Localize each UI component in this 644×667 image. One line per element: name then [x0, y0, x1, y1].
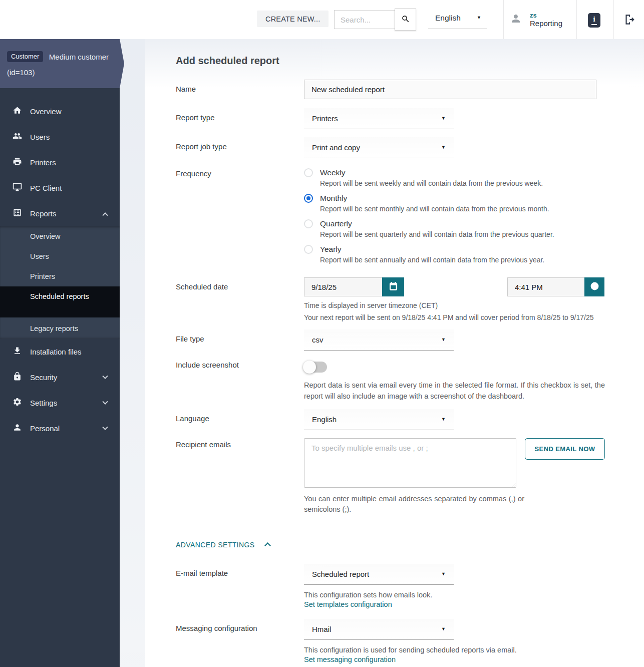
caret-down-icon	[477, 16, 481, 20]
radio-description: Report will be sent annually and will co…	[320, 256, 644, 264]
language-select[interactable]: English	[304, 409, 454, 430]
frequency-option-yearly: Yearly Report will be sent annually and …	[304, 245, 644, 264]
scheduled-date-label: Scheduled date	[176, 277, 304, 291]
submenu-item-users[interactable]: Users	[0, 246, 120, 266]
email-template-select[interactable]: Scheduled report	[304, 564, 454, 585]
chevron-up-icon	[102, 212, 108, 218]
search-group	[334, 9, 416, 31]
radio-label[interactable]: Yearly	[320, 245, 342, 254]
user-name: Reporting	[530, 19, 562, 28]
report-type-select[interactable]: Printers	[304, 108, 454, 129]
messaging-configuration-label: Messaging configuration	[176, 619, 304, 632]
advanced-settings-toggle[interactable]: ADVANCED SETTINGS	[176, 541, 644, 549]
sidebar-item-reports[interactable]: Reports	[0, 201, 120, 226]
radio-label[interactable]: Weekly	[320, 168, 346, 177]
include-screenshot-label: Include screenshot	[176, 359, 304, 369]
sidebar-item-personal[interactable]: Personal	[0, 416, 120, 441]
file-type-label: File type	[176, 329, 304, 343]
sidebar-item-label: Installation files	[30, 348, 107, 356]
messaging-configuration-select[interactable]: Hmail	[304, 619, 454, 640]
group-icon	[13, 131, 22, 143]
submenu-item-label: Overview	[30, 232, 60, 240]
sidebar-item-overview[interactable]: Overview	[0, 99, 120, 124]
submenu-item-scheduled-reports[interactable]: Scheduled reports	[0, 286, 120, 317]
date-input[interactable]	[304, 277, 382, 296]
radio-quarterly[interactable]	[304, 219, 313, 228]
sidebar-item-users[interactable]: Users	[0, 124, 120, 150]
topbar-divider	[503, 0, 504, 39]
submenu-item-overview[interactable]: Overview	[0, 226, 120, 246]
logout-button[interactable]	[622, 13, 637, 27]
frequency-option-quarterly: Quarterly Report will be sent quarterly …	[304, 219, 644, 238]
caret-down-icon	[441, 338, 446, 342]
submenu-item-printers[interactable]: Printers	[0, 266, 120, 286]
date-picker-group	[304, 277, 404, 296]
search-button[interactable]	[395, 9, 416, 31]
chevron-down-icon	[102, 373, 108, 379]
file-type-select[interactable]: csv	[304, 329, 454, 351]
caret-down-icon	[441, 417, 446, 422]
include-screenshot-toggle[interactable]	[304, 362, 327, 373]
radio-yearly[interactable]	[304, 245, 313, 254]
messaging-configuration-help: This configuration is used for sending s…	[304, 646, 644, 654]
radio-description: Report will be sent quarterly and will c…	[320, 230, 644, 238]
radio-monthly[interactable]	[304, 194, 313, 203]
main-panel: Add scheduled report Name Report type Pr…	[145, 39, 644, 667]
logout-door-icon	[623, 20, 636, 28]
customer-id: (id=103)	[7, 68, 120, 77]
report-job-type-select[interactable]: Print and copy	[304, 137, 454, 158]
topbar-divider	[613, 0, 614, 39]
help-guide-button[interactable]: i	[588, 13, 600, 28]
topbar-divider	[576, 0, 577, 39]
toggle-knob	[303, 361, 316, 374]
sidebar-item-installation-files[interactable]: Installation files	[0, 339, 120, 365]
advanced-settings-label: ADVANCED SETTINGS	[176, 541, 254, 549]
language-selector[interactable]: English	[428, 8, 487, 29]
sidebar: Customer Medium customer (id=103) Overvi…	[0, 39, 120, 667]
sidebar-item-label: Reports	[30, 209, 103, 218]
recipient-emails-textarea[interactable]	[304, 438, 516, 488]
caret-down-icon	[441, 572, 446, 576]
sidebar-item-label: Overview	[30, 107, 107, 116]
user-menu[interactable]: zs Reporting	[510, 0, 562, 39]
chevron-down-icon	[102, 399, 108, 404]
search-input[interactable]	[334, 10, 395, 29]
calendar-icon	[389, 281, 398, 292]
set-messaging-configuration-link[interactable]: Set messaging configuration	[304, 655, 396, 663]
radio-weekly[interactable]	[304, 168, 313, 177]
submenu-item-label: Scheduled reports	[30, 292, 89, 300]
sidebar-item-label: PC Client	[30, 184, 107, 192]
language-selector-value: English	[435, 14, 477, 23]
monitor-icon	[13, 182, 22, 194]
name-input[interactable]	[304, 80, 596, 99]
calendar-button[interactable]	[382, 277, 404, 296]
send-email-now-button[interactable]: SEND EMAIL NOW	[525, 438, 605, 460]
sidebar-item-security[interactable]: Security	[0, 365, 120, 390]
radio-description: Report will be sent monthly and will con…	[320, 205, 644, 213]
sidebar-item-label: Printers	[30, 158, 107, 167]
sidebar-item-label: Settings	[30, 399, 103, 407]
language-label: Language	[176, 409, 304, 423]
recipient-emails-help: You can enter multiple email addresses s…	[304, 494, 524, 515]
email-template-label: E-mail template	[176, 564, 304, 577]
radio-label[interactable]: Monthly	[320, 194, 347, 203]
customer-name: Medium customer	[49, 53, 109, 61]
page-title: Add scheduled report	[176, 55, 644, 67]
download-icon	[13, 346, 22, 358]
set-templates-configuration-link[interactable]: Set templates configuration	[304, 600, 392, 608]
email-template-value: Scheduled report	[312, 570, 441, 578]
sidebar-item-pc-client[interactable]: PC Client	[0, 175, 120, 201]
top-bar: CREATE NEW... English zs Reporting i	[0, 0, 644, 39]
customer-badge: Customer	[7, 51, 43, 62]
sidebar-item-label: Personal	[30, 424, 103, 433]
next-report-note: Your next report will be sent on 9/18/25…	[304, 313, 644, 321]
create-new-button[interactable]: CREATE NEW...	[257, 11, 329, 27]
time-input[interactable]	[507, 277, 584, 296]
submenu-item-legacy-reports[interactable]: Legacy reports	[0, 317, 120, 339]
clock-button[interactable]	[584, 277, 604, 296]
sidebar-item-printers[interactable]: Printers	[0, 150, 120, 175]
recipient-emails-label: Recipient emails	[176, 438, 304, 449]
sidebar-item-settings[interactable]: Settings	[0, 390, 120, 416]
caret-down-icon	[441, 116, 446, 121]
radio-label[interactable]: Quarterly	[320, 219, 352, 228]
